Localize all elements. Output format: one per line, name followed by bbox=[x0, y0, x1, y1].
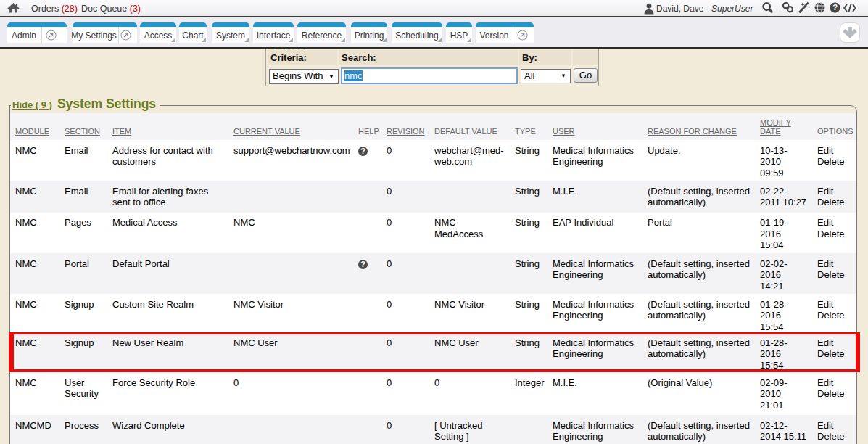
svg-text:?: ? bbox=[832, 3, 838, 12]
